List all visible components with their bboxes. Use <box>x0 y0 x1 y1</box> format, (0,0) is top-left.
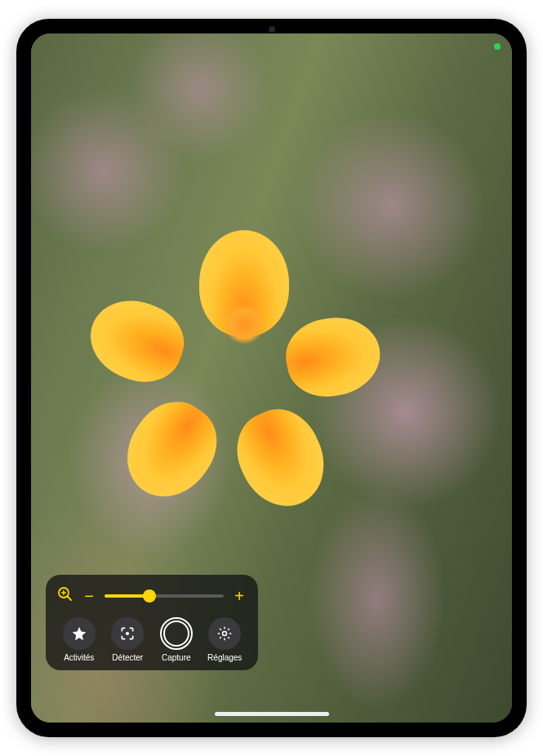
zoom-control-row: − + <box>57 586 247 606</box>
detect-button[interactable]: Détecter <box>106 617 150 662</box>
magnifier-zoom-icon <box>57 586 73 606</box>
activities-label: Activités <box>64 653 94 662</box>
home-indicator[interactable] <box>215 712 329 716</box>
zoom-in-button[interactable]: + <box>232 587 247 606</box>
star-icon <box>63 617 96 650</box>
magnifier-control-panel: − + Activités <box>46 575 258 670</box>
camera-active-indicator <box>494 43 501 50</box>
settings-button[interactable]: Réglages <box>203 617 247 662</box>
screen: − + Activités <box>31 33 512 723</box>
capture-button[interactable]: Capture <box>154 617 198 662</box>
zoom-slider[interactable] <box>105 594 224 598</box>
capture-shutter-icon <box>160 617 193 650</box>
svg-point-5 <box>223 632 227 636</box>
settings-label: Réglages <box>207 653 242 662</box>
ipad-device-frame: − + Activités <box>16 19 527 737</box>
detect-frame-icon <box>111 617 144 650</box>
capture-label: Capture <box>162 653 191 662</box>
activities-button[interactable]: Activités <box>57 617 101 662</box>
svg-line-1 <box>68 597 72 601</box>
svg-point-4 <box>126 632 129 635</box>
zoom-slider-thumb[interactable] <box>143 589 156 603</box>
detect-label: Détecter <box>112 653 143 662</box>
zoom-out-button[interactable]: − <box>82 587 96 606</box>
control-button-row: Activités Détecter <box>57 617 247 662</box>
gear-icon <box>208 617 241 650</box>
front-camera-dot <box>269 26 275 33</box>
viewfinder-subject-flower <box>146 226 342 422</box>
